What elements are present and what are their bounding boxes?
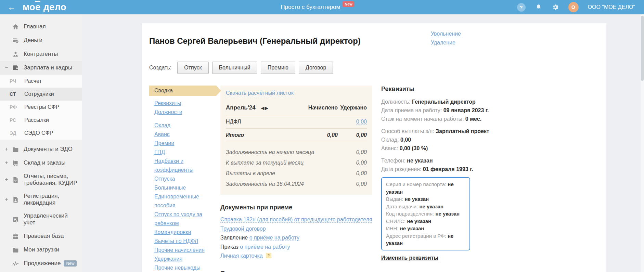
req-passport-issue-date: Дата выдачи: не указан: [386, 203, 465, 210]
sidebar-item-salary-hr[interactable]: − Зарплата и кадры: [0, 61, 82, 75]
tab-other-accruals[interactable]: Прочие начисления: [154, 247, 205, 253]
sidebar-item-legal-base[interactable]: Правовая база: [0, 229, 82, 243]
req-phone: Телефон: не указан: [381, 156, 606, 165]
passport-data-box: Серия и номер паспорта: не указан Выдан:…: [381, 177, 470, 250]
bell-icon[interactable]: [535, 3, 542, 11]
create-row: Создать: Отпуск Больничный Премию Догово…: [149, 62, 606, 74]
summary-row: Выплаты в апреле 0,00: [226, 168, 367, 179]
tab-business-trips[interactable]: Командировки: [154, 229, 191, 235]
sidebar-item-management-accounting[interactable]: ₽ Управленческий учет: [0, 209, 82, 229]
tab-withholdings[interactable]: Удержания: [154, 256, 182, 262]
personal-card-link[interactable]: Личная карточка: [220, 253, 263, 259]
employee-actions: Увольнение Удаление: [431, 31, 461, 46]
svg-text:₽: ₽: [16, 40, 17, 42]
tab-vacations[interactable]: Отпуска: [154, 176, 175, 182]
scrollbar-thumb[interactable]: [641, 16, 644, 81]
expand-plus-icon[interactable]: +: [3, 146, 10, 152]
hiring-application-link[interactable]: о приёме на работу: [249, 235, 299, 241]
tagline[interactable]: Просто с бухгалтером New: [281, 0, 354, 14]
back-arrow-icon[interactable]: ←: [8, 3, 16, 11]
sidebar-subitem-employees[interactable]: СТ Сотрудники: [0, 88, 82, 101]
tab-other-absences[interactable]: Прочие невыходы: [154, 265, 201, 271]
money-icon: ₽: [12, 37, 19, 44]
payslip-month[interactable]: Апрель'24: [226, 104, 256, 111]
tab-requisites[interactable]: Реквизиты: [154, 100, 181, 106]
create-label: Создать:: [149, 65, 171, 71]
tab-salary[interactable]: Оклад: [154, 122, 170, 128]
sidebar-item-promotion[interactable]: Продвижение New: [0, 257, 82, 270]
other-docs-title: Прочие документы: [220, 270, 372, 272]
tab-childcare-leave[interactable]: Отпуск по уходу за ребенком: [154, 211, 202, 226]
summary-row: К выплате за текущий месяц 0,00: [226, 157, 367, 168]
sidebar-item-home[interactable]: Главная: [0, 20, 82, 34]
warehouse-cart-icon: [12, 159, 19, 167]
tab-lump-sum-benefits[interactable]: Единовременные пособия: [154, 194, 199, 208]
edit-requisites-link[interactable]: Изменить реквизиты: [381, 255, 438, 261]
folder-icon: [12, 145, 19, 153]
download-payslip-link[interactable]: Скачать расчётный листок: [226, 90, 294, 96]
req-experience: Стаж на момент начала работы: 0 мес.: [381, 115, 606, 123]
wallet-icon: [12, 64, 19, 72]
req-advance: Аванс: 0,00 (30 %): [381, 144, 606, 153]
sidebar-item-registration[interactable]: + Регистрация, ликвидация: [0, 190, 82, 209]
sidebar-item-reports[interactable]: + Отчеты, письма, требования, КУДИР: [0, 170, 82, 190]
page-scrollbar[interactable]: [641, 14, 644, 272]
certificate-182n-link[interactable]: Справка 182н (для пособий) от предыдущег…: [220, 217, 372, 223]
req-snils: СНИЛС: не указан: [386, 218, 465, 225]
create-vacation-button[interactable]: Отпуск: [177, 62, 208, 74]
top-bar: ← мое дело Просто с бухгалтером New ? О …: [0, 0, 644, 14]
expand-plus-icon[interactable]: +: [3, 177, 10, 183]
home-icon: [12, 23, 19, 30]
req-birth-date: Дата рождения: 01 февраля 1993 г.: [381, 165, 606, 173]
deletion-link[interactable]: Удаление: [431, 40, 455, 46]
sidebar-item-my-uploads[interactable]: Мои загрузки: [0, 243, 82, 257]
doc-row: Личная карточка?: [220, 251, 372, 261]
req-payment-method: Способ выплаты з/п: Зарплатный проект: [381, 127, 606, 135]
doc-row: Трудовой договор: [220, 224, 372, 234]
dismissal-link[interactable]: Увольнение: [431, 31, 461, 37]
tagline-text: Просто с бухгалтером: [281, 4, 340, 11]
sidebar-item-warehouse-orders[interactable]: + Склад и заказы: [0, 156, 82, 170]
payslip-panel: Скачать расчётный листок Апрель'24 ◀▶ На…: [220, 86, 372, 195]
sidebar-subitem-sedo-sfr[interactable]: ЭД СЭДО СФР: [0, 127, 82, 140]
sidebar-item-money[interactable]: ₽ Деньги: [0, 34, 82, 47]
doc-row: Заявление о приёме на работу: [220, 233, 372, 243]
hiring-order-link[interactable]: о приёме на работу: [240, 244, 290, 250]
payslip-header-row: Апрель'24 ◀▶ Начислено Удержано: [226, 104, 367, 115]
employment-contract-link[interactable]: Трудовой договор: [220, 226, 266, 232]
sidebar-item-knowledge-base[interactable]: База знаний: [0, 270, 82, 272]
req-hire-date: Дата приема на работу: 09 января 2023 г.: [381, 106, 606, 115]
tab-bonuses[interactable]: Премии: [154, 140, 174, 146]
expand-plus-icon[interactable]: +: [3, 160, 10, 166]
help-icon[interactable]: ?: [517, 3, 526, 12]
sidebar-item-documents-edo[interactable]: + Документы и ЭДО: [0, 142, 82, 156]
expand-plus-icon[interactable]: +: [3, 196, 10, 203]
app-logo[interactable]: мое дело: [23, 2, 66, 13]
tab-allowances[interactable]: Надбавки и коэффициенты: [154, 158, 193, 173]
sidebar-subitem-mailings[interactable]: РС Рассылки: [0, 114, 82, 127]
create-bonus-button[interactable]: Премию: [261, 62, 295, 74]
sidebar-subitem-calculation[interactable]: РЧ Расчет: [0, 75, 82, 88]
tab-ndfl-deductions[interactable]: Вычеты по НДФЛ: [154, 238, 198, 244]
employee-tabs: Сводка Реквизиты Должности Оклад Аванс П…: [149, 86, 216, 272]
gear-icon[interactable]: [552, 3, 559, 11]
tab-advance[interactable]: Аванс: [154, 131, 170, 137]
create-contract-button[interactable]: Договор: [299, 62, 333, 74]
requisites-title: Реквизиты: [381, 86, 606, 93]
sidebar: Главная ₽ Деньги Контрагенты − Зарплата …: [0, 14, 82, 272]
tab-summary[interactable]: Сводка: [149, 86, 216, 96]
ruble-chart-icon: ₽: [12, 216, 19, 223]
tab-sick-leaves[interactable]: Больничные: [154, 185, 186, 191]
tab-gpd[interactable]: ГПД: [154, 149, 165, 155]
sidebar-subitem-sfr-registers[interactable]: РФ Реестры СФР: [0, 101, 82, 114]
account-name[interactable]: ООО "МОЕ ДЕЛО": [588, 4, 635, 10]
collapse-minus-icon[interactable]: −: [3, 65, 10, 71]
personal-card-help-icon[interactable]: ?: [266, 253, 271, 258]
sidebar-item-contractors[interactable]: Контрагенты: [0, 47, 82, 61]
month-prev-next-icons[interactable]: ◀▶: [261, 106, 269, 111]
ndfl-withheld-link[interactable]: 0,00: [356, 119, 367, 125]
avatar[interactable]: О: [568, 2, 579, 12]
tab-positions[interactable]: Должности: [154, 109, 182, 115]
logo-e-macron: е: [35, 2, 41, 12]
create-sick-leave-button[interactable]: Больничный: [212, 62, 257, 74]
